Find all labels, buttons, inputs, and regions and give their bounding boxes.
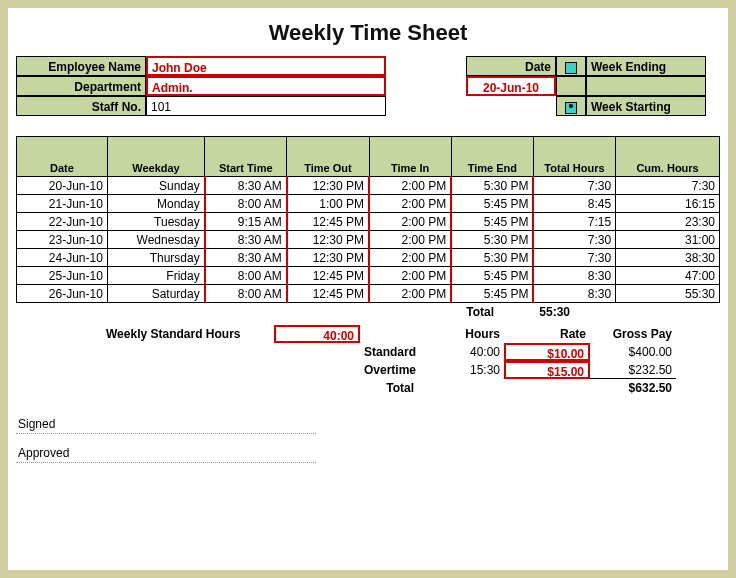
emp-label: Employee Name bbox=[16, 56, 146, 76]
cell-wd: Monday bbox=[107, 195, 204, 213]
standard-pay: $400.00 bbox=[590, 343, 676, 361]
week-starting-label: Week Starting bbox=[586, 96, 706, 116]
cell-out[interactable]: 1:00 PM bbox=[287, 195, 369, 213]
cell-cum: 7:30 bbox=[616, 177, 720, 195]
cell-in[interactable]: 2:00 PM bbox=[369, 249, 451, 267]
dept-value[interactable]: Admin. bbox=[146, 76, 386, 96]
overtime-label: Overtime bbox=[360, 361, 418, 379]
staff-label: Staff No. bbox=[16, 96, 146, 116]
col-out: Time Out bbox=[287, 137, 369, 177]
dept-label: Department bbox=[16, 76, 146, 96]
cell-st[interactable]: 8:00 AM bbox=[205, 267, 287, 285]
page-title: Weekly Time Sheet bbox=[16, 20, 720, 46]
cell-date: 24-Jun-10 bbox=[17, 249, 108, 267]
cell-cum: 16:15 bbox=[616, 195, 720, 213]
cell-tot: 8:30 bbox=[533, 285, 615, 303]
cell-st[interactable]: 8:00 AM bbox=[205, 195, 287, 213]
cell-in[interactable]: 2:00 PM bbox=[369, 213, 451, 231]
hours-col: Hours bbox=[418, 325, 504, 343]
cell-out[interactable]: 12:45 PM bbox=[287, 213, 369, 231]
cell-out[interactable]: 12:30 PM bbox=[287, 249, 369, 267]
time-table: Date Weekday Start Time Time Out Time In… bbox=[16, 136, 720, 303]
cell-wd: Tuesday bbox=[107, 213, 204, 231]
cell-date: 23-Jun-10 bbox=[17, 231, 108, 249]
rate-col: Rate bbox=[504, 325, 590, 343]
col-end: Time End bbox=[451, 137, 533, 177]
cell-st[interactable]: 8:00 AM bbox=[205, 285, 287, 303]
table-row: 20-Jun-10Sunday8:30 AM12:30 PM2:00 PM5:3… bbox=[17, 177, 720, 195]
staff-value[interactable]: 101 bbox=[146, 96, 386, 116]
standard-rate[interactable]: $10.00 bbox=[504, 343, 590, 361]
pay-total-value: $632.50 bbox=[590, 379, 676, 397]
cell-wd: Wednesday bbox=[107, 231, 204, 249]
standard-label: Standard bbox=[360, 343, 418, 361]
week-starting-check[interactable] bbox=[556, 96, 586, 116]
std-hours-value[interactable]: 40:00 bbox=[274, 325, 360, 343]
cell-in[interactable]: 2:00 PM bbox=[369, 195, 451, 213]
cell-in[interactable]: 2:00 PM bbox=[369, 177, 451, 195]
table-row: 23-Jun-10Wednesday8:30 AM12:30 PM2:00 PM… bbox=[17, 231, 720, 249]
signed-label: Signed bbox=[16, 415, 316, 434]
cell-end[interactable]: 5:45 PM bbox=[451, 195, 533, 213]
cell-date: 26-Jun-10 bbox=[17, 285, 108, 303]
cell-st[interactable]: 8:30 AM bbox=[205, 231, 287, 249]
cell-cum: 23:30 bbox=[616, 213, 720, 231]
cell-wd: Sunday bbox=[107, 177, 204, 195]
std-hours-label: Weekly Standard Hours bbox=[102, 325, 274, 343]
cell-end[interactable]: 5:30 PM bbox=[451, 177, 533, 195]
cell-wd: Saturday bbox=[107, 285, 204, 303]
cell-in[interactable]: 2:00 PM bbox=[369, 231, 451, 249]
col-date: Date bbox=[17, 137, 108, 177]
cell-date: 20-Jun-10 bbox=[17, 177, 108, 195]
week-ending-label: Week Ending bbox=[586, 56, 706, 76]
cell-date: 22-Jun-10 bbox=[17, 213, 108, 231]
col-total: Total Hours bbox=[533, 137, 615, 177]
cell-tot: 7:30 bbox=[533, 177, 615, 195]
cell-tot: 7:30 bbox=[533, 231, 615, 249]
emp-value[interactable]: John Doe bbox=[146, 56, 386, 76]
header-block: Employee Name John Doe Date Week Ending … bbox=[16, 56, 720, 116]
cell-out[interactable]: 12:30 PM bbox=[287, 177, 369, 195]
col-in: Time In bbox=[369, 137, 451, 177]
col-weekday: Weekday bbox=[107, 137, 204, 177]
cell-tot: 7:15 bbox=[533, 213, 615, 231]
cell-tot: 8:45 bbox=[533, 195, 615, 213]
cell-tot: 8:30 bbox=[533, 267, 615, 285]
table-row: 26-Jun-10Saturday8:00 AM12:45 PM2:00 PM5… bbox=[17, 285, 720, 303]
cell-in[interactable]: 2:00 PM bbox=[369, 267, 451, 285]
week-ending-check[interactable] bbox=[556, 56, 586, 76]
cell-end[interactable]: 5:45 PM bbox=[451, 213, 533, 231]
table-row: 21-Jun-10Monday8:00 AM1:00 PM2:00 PM5:45… bbox=[17, 195, 720, 213]
cell-st[interactable]: 9:15 AM bbox=[205, 213, 287, 231]
cell-end[interactable]: 5:30 PM bbox=[451, 231, 533, 249]
standard-hours: 40:00 bbox=[418, 343, 504, 361]
cell-out[interactable]: 12:45 PM bbox=[287, 285, 369, 303]
cell-out[interactable]: 12:45 PM bbox=[287, 267, 369, 285]
cell-date: 25-Jun-10 bbox=[17, 267, 108, 285]
table-row: 22-Jun-10Tuesday9:15 AM12:45 PM2:00 PM5:… bbox=[17, 213, 720, 231]
cell-end[interactable]: 5:45 PM bbox=[451, 267, 533, 285]
table-row: 25-Jun-10Friday8:00 AM12:45 PM2:00 PM5:4… bbox=[17, 267, 720, 285]
cell-st[interactable]: 8:30 AM bbox=[205, 249, 287, 267]
total-value: 55:30 bbox=[494, 305, 570, 319]
col-cum: Cum. Hours bbox=[616, 137, 720, 177]
cell-out[interactable]: 12:30 PM bbox=[287, 231, 369, 249]
overtime-rate[interactable]: $15.00 bbox=[504, 361, 590, 379]
cell-cum: 55:30 bbox=[616, 285, 720, 303]
col-start: Start Time bbox=[205, 137, 287, 177]
table-row: 24-Jun-10Thursday8:30 AM12:30 PM2:00 PM5… bbox=[17, 249, 720, 267]
cell-date: 21-Jun-10 bbox=[17, 195, 108, 213]
cell-cum: 31:00 bbox=[616, 231, 720, 249]
gross-col: Gross Pay bbox=[590, 325, 676, 343]
date-value[interactable]: 20-Jun-10 bbox=[466, 76, 556, 96]
table-header-row: Date Weekday Start Time Time Out Time In… bbox=[17, 137, 720, 177]
cell-end[interactable]: 5:30 PM bbox=[451, 249, 533, 267]
cell-wd: Friday bbox=[107, 267, 204, 285]
cell-in[interactable]: 2:00 PM bbox=[369, 285, 451, 303]
total-label: Total bbox=[418, 305, 494, 319]
cell-end[interactable]: 5:45 PM bbox=[451, 285, 533, 303]
cell-st[interactable]: 8:30 AM bbox=[205, 177, 287, 195]
cell-cum: 38:30 bbox=[616, 249, 720, 267]
timesheet: Weekly Time Sheet Employee Name John Doe… bbox=[8, 8, 728, 570]
overtime-hours: 15:30 bbox=[418, 361, 504, 379]
